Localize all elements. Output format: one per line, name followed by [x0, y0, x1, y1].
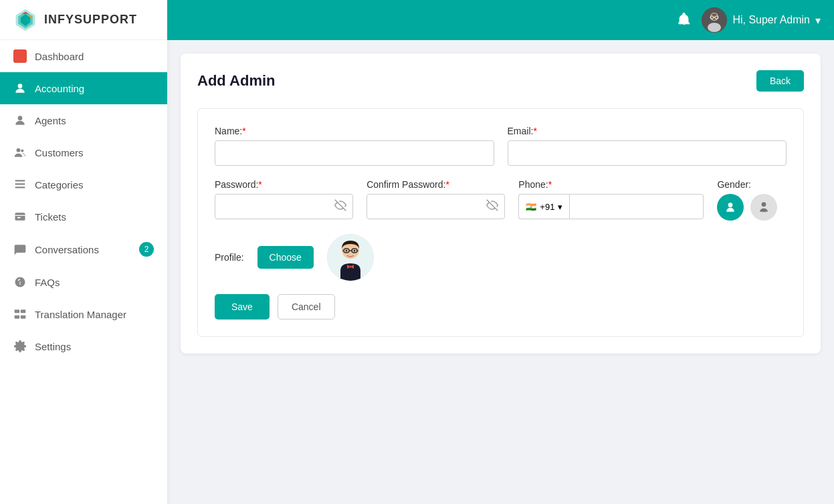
password-eye-icon[interactable]: [334, 199, 346, 214]
user-dropdown-arrow: ▾: [815, 14, 821, 27]
phone-group: Phone:* 🇮🇳 +91 ▾: [518, 179, 704, 221]
password-input[interactable]: [215, 194, 353, 219]
sidebar-label-settings: Settings: [35, 341, 71, 352]
svg-point-41: [353, 250, 355, 252]
page-header: Add Admin Back: [197, 70, 804, 92]
profile-row: Profile: Choose: [215, 234, 787, 281]
tickets-icon: [13, 210, 27, 223]
name-input[interactable]: [215, 140, 494, 166]
agents-icon: [13, 114, 27, 127]
phone-label: Phone:*: [518, 179, 704, 190]
svg-point-12: [18, 84, 23, 88]
sidebar-item-conversations[interactable]: Conversations 2: [0, 233, 167, 266]
sidebar-item-agents[interactable]: Agents: [0, 104, 167, 136]
sidebar-item-settings[interactable]: Settings: [0, 330, 167, 362]
svg-point-40: [345, 250, 347, 252]
user-menu[interactable]: Hi, Super Admin ▾: [702, 7, 821, 33]
dropdown-arrow: ▾: [558, 202, 562, 212]
sidebar-item-customers[interactable]: Customers: [0, 136, 167, 168]
gender-group: Gender:: [717, 179, 787, 221]
svg-point-14: [17, 148, 21, 152]
form-section: Name:* Email:* Password:*: [197, 108, 804, 337]
sidebar-label-accounting: Accounting: [35, 83, 84, 94]
svg-point-22: [19, 283, 21, 285]
confirm-password-eye-icon[interactable]: [486, 199, 498, 214]
password-input-wrapper: [215, 194, 353, 219]
faqs-icon: [13, 275, 27, 289]
svg-rect-24: [21, 309, 26, 313]
svg-rect-20: [17, 217, 21, 219]
form-actions: Save Cancel: [215, 294, 787, 320]
sidebar-item-tickets[interactable]: Tickets: [0, 201, 167, 233]
svg-rect-18: [15, 186, 25, 188]
password-group: Password:*: [215, 179, 353, 221]
customers-icon: [13, 146, 27, 159]
sidebar-label-dashboard: Dashboard: [35, 51, 84, 62]
sidebar-item-translation[interactable]: Translation Manager: [0, 298, 167, 330]
sidebar-item-faqs[interactable]: FAQs: [0, 266, 167, 298]
confirm-password-label: Confirm Password:*: [367, 179, 505, 190]
conversations-badge: 2: [139, 242, 154, 257]
phone-number-input[interactable]: [569, 194, 704, 219]
sidebar-label-agents: Agents: [35, 115, 66, 126]
back-button[interactable]: Back: [756, 70, 804, 92]
svg-point-42: [349, 265, 352, 268]
sidebar: Dashboard Accounting Agents: [0, 40, 167, 504]
main-content: Add Admin Back Name:* Email:*: [167, 40, 834, 504]
email-group: Email:*: [508, 126, 787, 166]
name-email-row: Name:* Email:*: [215, 126, 787, 166]
gender-female-button[interactable]: [750, 194, 777, 221]
svg-point-7: [708, 23, 721, 32]
sidebar-label-translation: Translation Manager: [35, 309, 126, 320]
email-label: Email:*: [508, 126, 787, 136]
svg-rect-19: [15, 213, 25, 221]
app-name: INFYSUPPORT: [44, 13, 137, 27]
sidebar-item-categories[interactable]: Categories: [0, 168, 167, 201]
password-label: Password:*: [215, 179, 353, 190]
svg-point-13: [18, 116, 23, 120]
avatar: [702, 7, 727, 33]
sidebar-item-accounting[interactable]: Accounting: [0, 72, 167, 104]
save-button[interactable]: Save: [215, 294, 270, 320]
user-greeting: Hi, Super Admin: [732, 14, 810, 26]
svg-rect-23: [15, 309, 20, 313]
svg-rect-26: [21, 316, 26, 319]
flag-icon: 🇮🇳: [526, 202, 536, 212]
confirm-password-input[interactable]: [367, 194, 505, 219]
svg-rect-25: [15, 316, 20, 319]
sidebar-label-categories: Categories: [35, 179, 84, 191]
sidebar-item-dashboard[interactable]: Dashboard: [0, 40, 167, 72]
sidebar-label-conversations: Conversations: [35, 244, 99, 255]
email-input[interactable]: [508, 140, 787, 166]
dashboard-icon: [13, 49, 27, 63]
cancel-button[interactable]: Cancel: [278, 294, 335, 320]
translation-icon: [13, 307, 27, 321]
page-title: Add Admin: [197, 72, 276, 90]
sidebar-label-customers: Customers: [35, 147, 84, 158]
svg-point-30: [728, 203, 733, 207]
gender-male-button[interactable]: [717, 194, 744, 221]
country-code: +91: [540, 202, 554, 212]
page-card: Add Admin Back Name:* Email:*: [181, 53, 821, 354]
profile-label: Profile:: [215, 252, 244, 263]
svg-rect-16: [15, 180, 25, 181]
name-group: Name:*: [215, 126, 494, 166]
password-row: Password:*: [215, 179, 787, 221]
gender-selector: [717, 194, 787, 221]
confirm-password-group: Confirm Password:*: [367, 179, 505, 221]
gender-label: Gender:: [717, 179, 787, 190]
svg-point-15: [21, 149, 23, 152]
phone-country-selector[interactable]: 🇮🇳 +91 ▾: [518, 194, 569, 219]
notification-bell[interactable]: [677, 11, 692, 29]
phone-input-wrapper: 🇮🇳 +91 ▾: [518, 194, 704, 219]
sidebar-label-faqs: FAQs: [35, 277, 60, 288]
name-label: Name:*: [215, 126, 494, 136]
choose-button[interactable]: Choose: [257, 246, 314, 269]
settings-icon: [13, 340, 27, 353]
categories-icon: [13, 178, 27, 191]
sidebar-label-tickets: Tickets: [35, 211, 66, 223]
accounting-icon: [13, 82, 27, 95]
profile-avatar-preview: [327, 234, 374, 281]
confirm-password-input-wrapper: [367, 194, 505, 219]
svg-rect-17: [15, 183, 25, 184]
